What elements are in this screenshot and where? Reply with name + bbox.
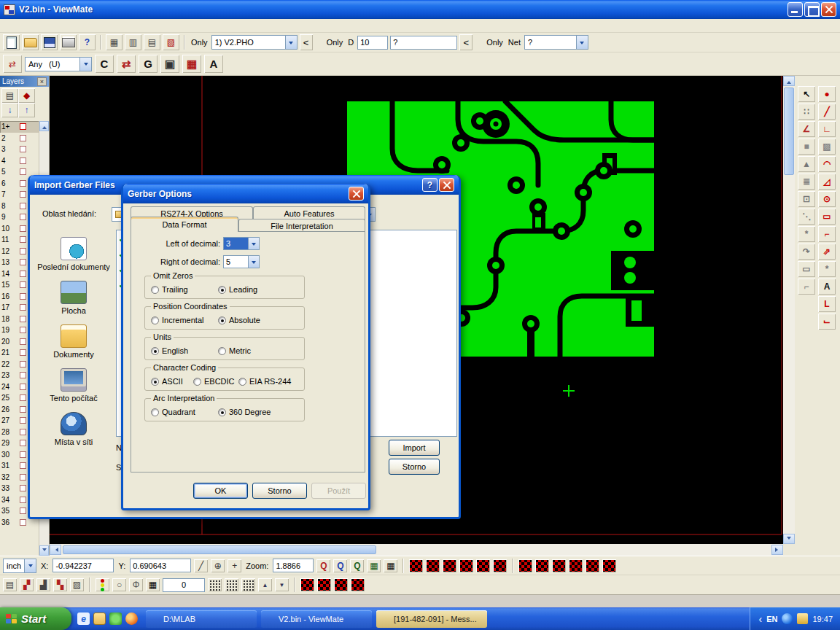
- task-message[interactable]: [191-482-091] - Mess...: [376, 610, 487, 628]
- zoom-in-icon[interactable]: Q: [316, 559, 330, 572]
- layer-color-swatch[interactable]: [20, 225, 26, 232]
- layers-panel-close-icon[interactable]: ×: [37, 77, 47, 86]
- pour-mode-icon[interactable]: ▟: [36, 578, 50, 591]
- grid-snap-icon[interactable]: ▦: [384, 559, 397, 572]
- layer-color-swatch[interactable]: [20, 158, 26, 164]
- layer-color-swatch[interactable]: [20, 508, 26, 514]
- layer-color-swatch[interactable]: [20, 168, 26, 175]
- scroll-down-icon[interactable]: [783, 534, 795, 544]
- folder-icon[interactable]: [93, 612, 106, 625]
- draw-pad-icon[interactable]: ●: [818, 86, 836, 102]
- combo-arrow-icon[interactable]: [576, 36, 588, 49]
- film-set-3-icon[interactable]: [552, 559, 566, 572]
- film-set-2-icon[interactable]: [535, 559, 549, 572]
- radio-icon[interactable]: [151, 286, 159, 294]
- layer-color-swatch[interactable]: [20, 384, 26, 390]
- center-mark-icon[interactable]: +: [228, 559, 241, 572]
- layer-film-1-icon[interactable]: [300, 578, 314, 591]
- film-view-2-icon[interactable]: [426, 559, 440, 572]
- combo-arrow-icon[interactable]: [79, 58, 91, 71]
- mirror-shape-icon[interactable]: ▲: [798, 156, 815, 172]
- layer-table-icon[interactable]: ▤: [1, 88, 18, 103]
- draw-rect-icon[interactable]: ▭: [818, 209, 836, 225]
- layer-colors-icon[interactable]: ◆: [18, 88, 35, 103]
- clear-tool-icon[interactable]: ○: [112, 578, 126, 591]
- radio-icon[interactable]: [151, 316, 159, 324]
- menu-item[interactable]: [70, 24, 82, 27]
- layer-color-swatch[interactable]: [20, 417, 26, 424]
- place-computer-icon[interactable]: Tento počítač: [37, 368, 110, 402]
- layer-film-4-icon[interactable]: [351, 578, 365, 591]
- rect-tool-icon[interactable]: ▭: [798, 261, 815, 277]
- layer-color-swatch[interactable]: [20, 135, 26, 141]
- film-view-6-icon[interactable]: [493, 559, 507, 572]
- film-set-5-icon[interactable]: [586, 559, 599, 572]
- filled-square-icon[interactable]: ■: [798, 139, 815, 155]
- layer-row[interactable]: 4: [0, 155, 39, 167]
- radio-icon[interactable]: [218, 286, 226, 294]
- panels-tool-icon[interactable]: ▣: [160, 55, 179, 73]
- combo-arrow-icon[interactable]: [285, 36, 297, 49]
- probe-tool-icon[interactable]: Φ: [129, 578, 143, 591]
- y-coordinate-field[interactable]: 0.690643: [130, 559, 191, 572]
- dialog-help-icon[interactable]: ?: [422, 178, 438, 192]
- film-set-6-icon[interactable]: [602, 559, 616, 572]
- radio-360-degree[interactable]: 360 Degree: [218, 408, 271, 416]
- vertical-scroll-thumb[interactable]: [784, 88, 794, 175]
- radio-icon[interactable]: [151, 408, 159, 416]
- radio-eia-rs244[interactable]: EIA RS-244: [238, 377, 291, 386]
- film-box-icon[interactable]: ▤: [144, 34, 160, 50]
- right-of-decimal-combo[interactable]: 5: [223, 255, 260, 268]
- radio-icon[interactable]: [151, 347, 159, 355]
- apply-button[interactable]: Použít: [311, 483, 366, 499]
- new-file-icon[interactable]: [3, 34, 20, 50]
- layers-panel-header[interactable]: Layers ×: [0, 76, 49, 87]
- letter-c-tool-icon[interactable]: C: [95, 55, 114, 73]
- dcode-input[interactable]: 10: [357, 36, 388, 50]
- canvas-horizontal-scrollbar[interactable]: [50, 544, 783, 556]
- layer-color-swatch[interactable]: [20, 394, 26, 401]
- layer-color-swatch[interactable]: [20, 180, 26, 187]
- close-button[interactable]: [821, 2, 836, 17]
- measure-angle-icon[interactable]: ∠: [798, 121, 815, 137]
- tray-chevron-icon[interactable]: ‹: [759, 613, 763, 625]
- layer-down-icon[interactable]: ↓: [1, 103, 18, 117]
- scroll-left-icon[interactable]: [50, 545, 61, 555]
- radio-trailing[interactable]: Trailing: [151, 285, 218, 294]
- draw-sbend-icon[interactable]: ⌙: [818, 314, 836, 330]
- green-app-icon[interactable]: [109, 612, 122, 625]
- layer-color-swatch[interactable]: [20, 191, 26, 198]
- firefox-icon[interactable]: [125, 612, 138, 625]
- layer-color-swatch[interactable]: [20, 372, 26, 378]
- menu-item[interactable]: [0, 24, 12, 27]
- dcode-grid-icon[interactable]: ▦: [106, 34, 122, 50]
- open-folder-icon[interactable]: [22, 34, 39, 50]
- combo-arrow-icon[interactable]: [24, 559, 36, 572]
- layer-color-swatch[interactable]: [20, 349, 26, 356]
- film-set-4-icon[interactable]: [569, 559, 583, 572]
- dot-grid-2-icon[interactable]: [225, 578, 238, 591]
- anchor-up-icon[interactable]: ▲: [258, 578, 272, 591]
- letter-l-tool-icon[interactable]: L: [818, 296, 836, 312]
- layer-film-2-icon[interactable]: [317, 578, 331, 591]
- diagonal-dots-icon[interactable]: ⋱: [798, 209, 815, 225]
- zoom-field[interactable]: 1.8866: [273, 559, 314, 572]
- place-recent-icon[interactable]: Poslední dokumenty: [37, 237, 110, 271]
- menu-item[interactable]: [82, 24, 93, 27]
- shield-tray-icon[interactable]: [797, 613, 808, 624]
- combo-arrow-icon[interactable]: [248, 238, 259, 249]
- anchor-down-icon[interactable]: ▼: [275, 578, 289, 591]
- radio-leading[interactable]: Leading: [218, 285, 257, 294]
- radio-absolute[interactable]: Absolute: [218, 316, 260, 324]
- tab-auto-features[interactable]: Auto Features: [253, 206, 365, 219]
- minimize-button[interactable]: [788, 2, 803, 17]
- radio-english[interactable]: English: [151, 346, 218, 355]
- dot-grid-1-icon[interactable]: [208, 578, 222, 591]
- horizontal-scroll-thumb[interactable]: [63, 545, 376, 554]
- layer-color-swatch[interactable]: [20, 203, 26, 209]
- layer-row[interactable]: 2: [0, 133, 39, 144]
- layer-color-swatch[interactable]: [20, 327, 26, 333]
- grid-toggle-icon[interactable]: ▦: [367, 559, 381, 572]
- gerber-dialog-title-bar[interactable]: Gerber Options: [123, 184, 368, 203]
- internet-explorer-icon[interactable]: e: [77, 612, 90, 625]
